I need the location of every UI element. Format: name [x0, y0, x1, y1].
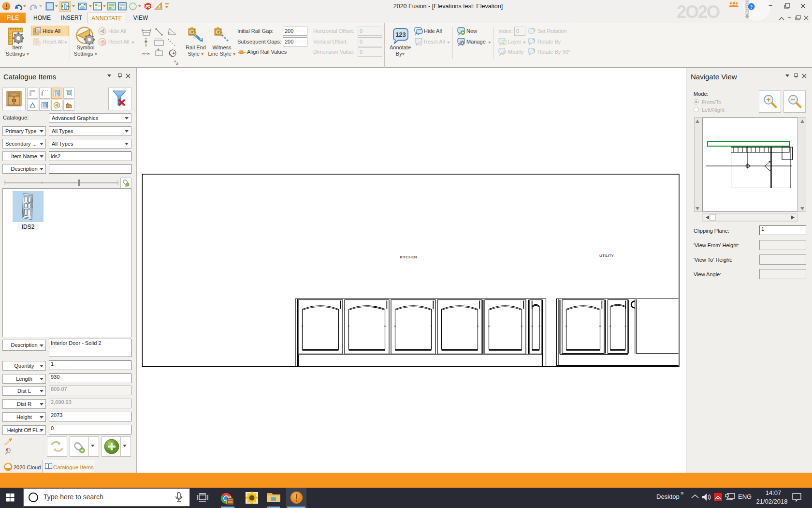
- svg-text:123: 123: [395, 31, 406, 38]
- svg-text:UTILITY: UTILITY: [599, 254, 614, 258]
- svg-text:?: ?: [750, 4, 753, 10]
- svg-text:KITCHEN: KITCHEN: [400, 255, 417, 259]
